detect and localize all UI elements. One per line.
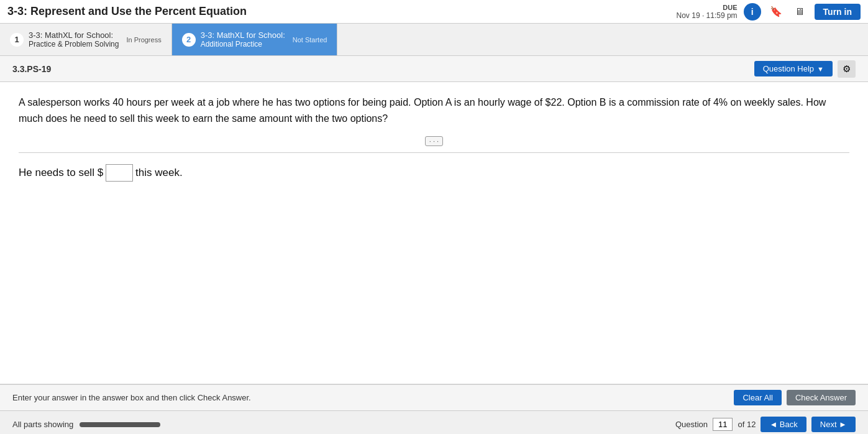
parts-progress-bar <box>80 422 160 427</box>
tab-1-subtitle: Practice & Problem Solving <box>29 40 119 48</box>
question-help-button[interactable]: Question Help ▼ <box>754 61 833 76</box>
answer-row: He needs to sell $ this week. <box>19 164 849 182</box>
clear-all-button[interactable]: Clear All <box>734 390 781 405</box>
tab-2[interactable]: 2 3-3: MathXL for School: Additional Pra… <box>172 24 338 55</box>
instruction-text: Enter your answer in the answer box and … <box>12 393 251 402</box>
question-help-area: Question Help ▼ ⚙ <box>754 60 856 78</box>
tab-1[interactable]: 1 3-3: MathXL for School: Practice & Pro… <box>0 24 172 55</box>
question-help-label: Question Help <box>763 64 814 73</box>
header-right: DUE Nov 19 · 11:59 pm i 🔖 🖥 Turn in <box>677 3 861 21</box>
problem-text: A salesperson works 40 hours per week at… <box>19 95 849 126</box>
footer-nav: All parts showing Question 11 of 12 ◄ Ba… <box>0 410 868 434</box>
info-icon[interactable]: i <box>744 3 761 21</box>
top-header: 3-3: Represent and Use the Percent Equat… <box>0 0 868 24</box>
question-nav-label: Question <box>675 420 708 429</box>
due-date: Nov 19 · 11:59 pm <box>677 11 738 20</box>
of-label: of 12 <box>738 420 756 429</box>
content-wrapper: A salesperson works 40 hours per week at… <box>0 82 868 384</box>
bookmark-icon[interactable]: 🔖 <box>767 3 785 21</box>
question-nav: Question 11 of 12 ◄ Back Next ► <box>675 417 856 432</box>
settings-button[interactable]: ⚙ <box>838 60 856 78</box>
due-info: DUE Nov 19 · 11:59 pm <box>677 4 738 20</box>
answer-input[interactable] <box>106 164 133 182</box>
tab-1-content: 3-3: MathXL for School: Practice & Probl… <box>29 30 119 48</box>
tab-2-content: 3-3: MathXL for School: Additional Pract… <box>201 30 285 48</box>
tab-1-title: 3-3: MathXL for School: <box>29 30 119 40</box>
answer-prefix: He needs to sell $ <box>19 167 103 179</box>
answer-suffix: this week. <box>135 167 183 179</box>
tab-navigation: 1 3-3: MathXL for School: Practice & Pro… <box>0 24 868 56</box>
monitor-icon[interactable]: 🖥 <box>791 3 808 21</box>
tab-1-status: In Progress <box>126 36 161 44</box>
tab-2-number: 2 <box>182 33 196 47</box>
turn-in-button[interactable]: Turn in <box>815 4 861 20</box>
question-id: 3.3.PS-19 <box>12 64 51 74</box>
due-label: DUE <box>677 4 738 11</box>
bottom-bar: Enter your answer in the answer box and … <box>0 384 868 410</box>
parts-showing: All parts showing <box>12 420 160 429</box>
chevron-down-icon: ▼ <box>817 65 824 73</box>
tab-2-subtitle: Additional Practice <box>201 40 285 48</box>
main-content: A salesperson works 40 hours per week at… <box>0 82 868 384</box>
tab-2-status: Not Started <box>293 36 327 44</box>
ellipsis-button[interactable]: · · · <box>425 136 443 146</box>
question-area: 3.3.PS-19 Question Help ▼ ⚙ <box>0 56 868 82</box>
tab-1-number: 1 <box>10 33 24 47</box>
question-number: 11 <box>713 418 733 431</box>
bottom-bar-actions: Clear All Check Answer <box>734 390 856 405</box>
back-button[interactable]: ◄ Back <box>761 417 806 432</box>
parts-progress-fill <box>80 422 160 427</box>
parts-showing-label: All parts showing <box>12 420 73 429</box>
page-title: 3-3: Represent and Use the Percent Equat… <box>7 5 247 18</box>
tab-2-title: 3-3: MathXL for School: <box>201 30 285 40</box>
next-button[interactable]: Next ► <box>811 417 856 432</box>
check-answer-button[interactable]: Check Answer <box>787 390 856 405</box>
divider <box>19 152 849 153</box>
